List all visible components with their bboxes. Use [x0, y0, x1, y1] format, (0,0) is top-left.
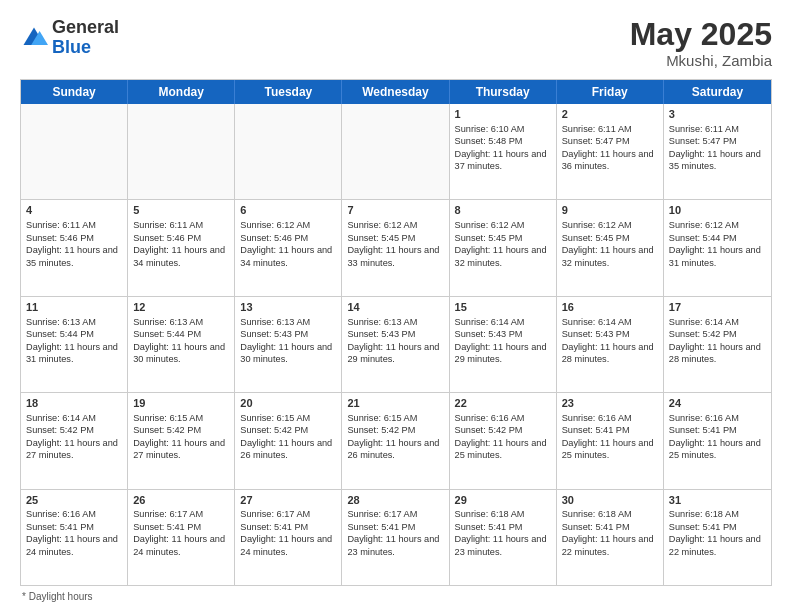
calendar-header: Sunday Monday Tuesday Wednesday Thursday…: [21, 80, 771, 104]
logo-general: General: [52, 17, 119, 37]
cell-info: Sunrise: 6:13 AMSunset: 5:43 PMDaylight:…: [240, 317, 332, 364]
cell-info: Sunrise: 6:18 AMSunset: 5:41 PMDaylight:…: [455, 509, 547, 556]
day-number: 27: [240, 493, 336, 508]
day-number: 5: [133, 203, 229, 218]
logo-blue: Blue: [52, 37, 91, 57]
cal-cell-1-0: 4Sunrise: 6:11 AMSunset: 5:46 PMDaylight…: [21, 200, 128, 295]
cell-info: Sunrise: 6:17 AMSunset: 5:41 PMDaylight:…: [133, 509, 225, 556]
footer-note: * Daylight hours: [20, 591, 772, 602]
cal-cell-2-6: 17Sunrise: 6:14 AMSunset: 5:42 PMDayligh…: [664, 297, 771, 392]
logo-icon: [20, 24, 48, 52]
day-number: 23: [562, 396, 658, 411]
cell-info: Sunrise: 6:16 AMSunset: 5:41 PMDaylight:…: [26, 509, 118, 556]
cell-info: Sunrise: 6:12 AMSunset: 5:46 PMDaylight:…: [240, 220, 332, 267]
header-tuesday: Tuesday: [235, 80, 342, 104]
day-number: 17: [669, 300, 766, 315]
day-number: 29: [455, 493, 551, 508]
cell-info: Sunrise: 6:14 AMSunset: 5:42 PMDaylight:…: [26, 413, 118, 460]
cell-info: Sunrise: 6:11 AMSunset: 5:47 PMDaylight:…: [669, 124, 761, 171]
cell-info: Sunrise: 6:13 AMSunset: 5:44 PMDaylight:…: [26, 317, 118, 364]
cell-info: Sunrise: 6:17 AMSunset: 5:41 PMDaylight:…: [347, 509, 439, 556]
header: General Blue May 2025 Mkushi, Zambia: [20, 18, 772, 69]
location: Mkushi, Zambia: [630, 52, 772, 69]
cal-cell-0-3: [342, 104, 449, 199]
header-saturday: Saturday: [664, 80, 771, 104]
cal-cell-1-1: 5Sunrise: 6:11 AMSunset: 5:46 PMDaylight…: [128, 200, 235, 295]
day-number: 15: [455, 300, 551, 315]
day-number: 25: [26, 493, 122, 508]
cal-cell-2-1: 12Sunrise: 6:13 AMSunset: 5:44 PMDayligh…: [128, 297, 235, 392]
cell-info: Sunrise: 6:14 AMSunset: 5:43 PMDaylight:…: [562, 317, 654, 364]
title-block: May 2025 Mkushi, Zambia: [630, 18, 772, 69]
cell-info: Sunrise: 6:12 AMSunset: 5:45 PMDaylight:…: [562, 220, 654, 267]
cell-info: Sunrise: 6:15 AMSunset: 5:42 PMDaylight:…: [133, 413, 225, 460]
cal-cell-0-4: 1Sunrise: 6:10 AMSunset: 5:48 PMDaylight…: [450, 104, 557, 199]
cal-week-4: 25Sunrise: 6:16 AMSunset: 5:41 PMDayligh…: [21, 490, 771, 585]
day-number: 6: [240, 203, 336, 218]
footer-label: Daylight hours: [29, 591, 93, 602]
cal-cell-0-1: [128, 104, 235, 199]
cell-info: Sunrise: 6:11 AMSunset: 5:47 PMDaylight:…: [562, 124, 654, 171]
cal-week-1: 4Sunrise: 6:11 AMSunset: 5:46 PMDaylight…: [21, 200, 771, 296]
day-number: 7: [347, 203, 443, 218]
day-number: 9: [562, 203, 658, 218]
cal-cell-2-0: 11Sunrise: 6:13 AMSunset: 5:44 PMDayligh…: [21, 297, 128, 392]
cal-week-3: 18Sunrise: 6:14 AMSunset: 5:42 PMDayligh…: [21, 393, 771, 489]
day-number: 13: [240, 300, 336, 315]
cal-cell-3-0: 18Sunrise: 6:14 AMSunset: 5:42 PMDayligh…: [21, 393, 128, 488]
cal-cell-2-5: 16Sunrise: 6:14 AMSunset: 5:43 PMDayligh…: [557, 297, 664, 392]
day-number: 10: [669, 203, 766, 218]
day-number: 3: [669, 107, 766, 122]
cal-cell-1-3: 7Sunrise: 6:12 AMSunset: 5:45 PMDaylight…: [342, 200, 449, 295]
cell-info: Sunrise: 6:10 AMSunset: 5:48 PMDaylight:…: [455, 124, 547, 171]
cell-info: Sunrise: 6:11 AMSunset: 5:46 PMDaylight:…: [26, 220, 118, 267]
cell-info: Sunrise: 6:12 AMSunset: 5:45 PMDaylight:…: [455, 220, 547, 267]
cal-cell-1-2: 6Sunrise: 6:12 AMSunset: 5:46 PMDaylight…: [235, 200, 342, 295]
day-number: 16: [562, 300, 658, 315]
cal-cell-2-2: 13Sunrise: 6:13 AMSunset: 5:43 PMDayligh…: [235, 297, 342, 392]
header-monday: Monday: [128, 80, 235, 104]
cal-cell-4-2: 27Sunrise: 6:17 AMSunset: 5:41 PMDayligh…: [235, 490, 342, 585]
cal-week-0: 1Sunrise: 6:10 AMSunset: 5:48 PMDaylight…: [21, 104, 771, 200]
day-number: 26: [133, 493, 229, 508]
cal-cell-3-2: 20Sunrise: 6:15 AMSunset: 5:42 PMDayligh…: [235, 393, 342, 488]
day-number: 12: [133, 300, 229, 315]
cell-info: Sunrise: 6:11 AMSunset: 5:46 PMDaylight:…: [133, 220, 225, 267]
header-sunday: Sunday: [21, 80, 128, 104]
cal-cell-4-0: 25Sunrise: 6:16 AMSunset: 5:41 PMDayligh…: [21, 490, 128, 585]
logo: General Blue: [20, 18, 119, 58]
cal-cell-1-4: 8Sunrise: 6:12 AMSunset: 5:45 PMDaylight…: [450, 200, 557, 295]
header-wednesday: Wednesday: [342, 80, 449, 104]
cell-info: Sunrise: 6:15 AMSunset: 5:42 PMDaylight:…: [347, 413, 439, 460]
cell-info: Sunrise: 6:18 AMSunset: 5:41 PMDaylight:…: [562, 509, 654, 556]
cell-info: Sunrise: 6:14 AMSunset: 5:43 PMDaylight:…: [455, 317, 547, 364]
day-number: 1: [455, 107, 551, 122]
cal-cell-0-0: [21, 104, 128, 199]
month-year: May 2025: [630, 18, 772, 50]
cal-cell-1-5: 9Sunrise: 6:12 AMSunset: 5:45 PMDaylight…: [557, 200, 664, 295]
page: General Blue May 2025 Mkushi, Zambia Sun…: [0, 0, 792, 612]
cal-cell-0-5: 2Sunrise: 6:11 AMSunset: 5:47 PMDaylight…: [557, 104, 664, 199]
cal-cell-3-1: 19Sunrise: 6:15 AMSunset: 5:42 PMDayligh…: [128, 393, 235, 488]
cal-cell-4-6: 31Sunrise: 6:18 AMSunset: 5:41 PMDayligh…: [664, 490, 771, 585]
cell-info: Sunrise: 6:18 AMSunset: 5:41 PMDaylight:…: [669, 509, 761, 556]
cal-cell-3-5: 23Sunrise: 6:16 AMSunset: 5:41 PMDayligh…: [557, 393, 664, 488]
cal-cell-3-3: 21Sunrise: 6:15 AMSunset: 5:42 PMDayligh…: [342, 393, 449, 488]
cal-cell-2-4: 15Sunrise: 6:14 AMSunset: 5:43 PMDayligh…: [450, 297, 557, 392]
calendar-body: 1Sunrise: 6:10 AMSunset: 5:48 PMDaylight…: [21, 104, 771, 585]
day-number: 28: [347, 493, 443, 508]
day-number: 11: [26, 300, 122, 315]
cell-info: Sunrise: 6:17 AMSunset: 5:41 PMDaylight:…: [240, 509, 332, 556]
cal-cell-4-5: 30Sunrise: 6:18 AMSunset: 5:41 PMDayligh…: [557, 490, 664, 585]
cell-info: Sunrise: 6:14 AMSunset: 5:42 PMDaylight:…: [669, 317, 761, 364]
cell-info: Sunrise: 6:16 AMSunset: 5:42 PMDaylight:…: [455, 413, 547, 460]
day-number: 14: [347, 300, 443, 315]
day-number: 20: [240, 396, 336, 411]
cal-cell-0-6: 3Sunrise: 6:11 AMSunset: 5:47 PMDaylight…: [664, 104, 771, 199]
cal-cell-0-2: [235, 104, 342, 199]
cell-info: Sunrise: 6:13 AMSunset: 5:43 PMDaylight:…: [347, 317, 439, 364]
calendar: Sunday Monday Tuesday Wednesday Thursday…: [20, 79, 772, 586]
cal-cell-4-4: 29Sunrise: 6:18 AMSunset: 5:41 PMDayligh…: [450, 490, 557, 585]
cal-cell-2-3: 14Sunrise: 6:13 AMSunset: 5:43 PMDayligh…: [342, 297, 449, 392]
cell-info: Sunrise: 6:16 AMSunset: 5:41 PMDaylight:…: [562, 413, 654, 460]
